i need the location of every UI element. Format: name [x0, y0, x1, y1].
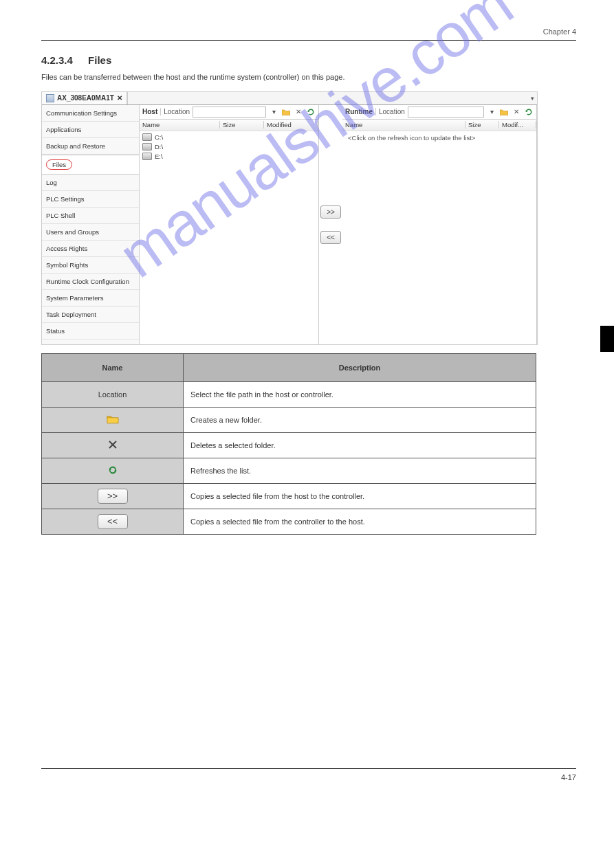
host-new-folder-icon[interactable] — [281, 107, 291, 117]
col-modified[interactable]: Modif... — [499, 121, 536, 129]
runtime-delete-icon[interactable]: ✕ — [512, 107, 521, 117]
page-footer: 4-17 — [41, 773, 576, 781]
copy-to-runtime-button[interactable]: >> — [320, 205, 341, 219]
col-size[interactable]: Size — [465, 121, 499, 129]
refresh-icon — [108, 465, 118, 475]
host-file-list[interactable]: C:\ D:\ E:\ — [140, 131, 318, 344]
copy-right-icon: >> — [98, 489, 128, 504]
host-label: Host — [142, 108, 157, 115]
drive-icon — [142, 133, 152, 141]
col-name[interactable]: Name — [342, 121, 465, 129]
runtime-label: Runtime — [345, 108, 373, 115]
sidebar-item-applications[interactable]: Applications — [42, 122, 139, 138]
th-desc: Description — [184, 353, 536, 381]
runtime-file-list[interactable]: <Click on the refresh icon to update the… — [342, 131, 536, 344]
cell-refresh-desc: Refreshes the list. — [184, 458, 536, 483]
cell-folder-icon — [42, 407, 184, 432]
drive-icon — [142, 143, 152, 151]
cell-tohost-icon: << — [42, 509, 184, 534]
host-delete-icon[interactable]: ✕ — [294, 107, 303, 117]
runtime-columns: Name Size Modif... — [342, 120, 536, 131]
cell-refresh-icon — [42, 458, 184, 483]
cell-delete-icon — [42, 432, 184, 458]
runtime-refresh-icon[interactable] — [524, 107, 534, 117]
transfer-buttons: >> << — [319, 105, 342, 344]
device-icon — [46, 94, 54, 102]
host-location-dropdown-icon[interactable]: ▾ — [269, 107, 278, 117]
sidebar-item-runtime-clock[interactable]: Runtime Clock Configuration — [42, 274, 139, 290]
sidebar-item-communication-settings[interactable]: Communication Settings — [42, 105, 139, 122]
section-heading: 4.2.3.4 Files — [41, 54, 576, 66]
sidebar-item-plc-settings[interactable]: PLC Settings — [42, 191, 139, 208]
sidebar-item-access-rights[interactable]: Access Rights — [42, 241, 139, 257]
table-row-folder: Creates a new folder. — [42, 407, 536, 432]
sidebar-item-backup-restore[interactable]: Backup and Restore — [42, 138, 139, 155]
document-tabstrip: AX_308EA0MA1T ✕ ▾ — [42, 92, 537, 105]
table-row-to-host: << Copies a selected file from the contr… — [42, 509, 536, 534]
th-name: Name — [42, 353, 184, 381]
footer-rule — [41, 768, 576, 769]
drive-row-c[interactable]: C:\ — [142, 133, 316, 142]
sidebar-item-symbol-rights[interactable]: Symbol Rights — [42, 257, 139, 274]
header-right: Chapter 4 — [41, 27, 576, 40]
section-intro: Files can be transferred between the hos… — [41, 71, 576, 83]
document-tab[interactable]: AX_308EA0MA1T ✕ — [42, 92, 127, 104]
sidebar-item-log[interactable]: Log — [42, 175, 139, 191]
cell-toctrl-desc: Copies a selected file from the host to … — [184, 483, 536, 509]
header-rule — [41, 40, 576, 41]
sidebar-item-files[interactable]: Files — [42, 155, 139, 175]
page-number: 4-17 — [561, 773, 576, 781]
files-screenshot: AX_308EA0MA1T ✕ ▾ Communication Settings… — [41, 91, 538, 345]
copy-left-icon: << — [98, 514, 128, 529]
host-refresh-icon[interactable] — [306, 107, 316, 117]
drive-row-e[interactable]: E:\ — [142, 152, 316, 162]
sidebar-item-system-parameters[interactable]: System Parameters — [42, 290, 139, 307]
drive-label: E:\ — [155, 153, 163, 160]
tab-title: AX_308EA0MA1T — [57, 94, 114, 102]
cell-tohost-desc: Copies a selected file from the controll… — [184, 509, 536, 534]
runtime-new-folder-icon[interactable] — [499, 107, 509, 117]
table-row-to-controller: >> Copies a selected file from the host … — [42, 483, 536, 509]
table-row-location: Location Select the file path in the hos… — [42, 381, 536, 407]
cell-location-desc: Select the file path in the host or cont… — [184, 381, 536, 407]
dropdown-icon[interactable]: ▾ — [531, 95, 534, 102]
copy-to-host-button[interactable]: << — [320, 231, 341, 244]
col-modified[interactable]: Modified — [264, 121, 318, 129]
runtime-location-input[interactable] — [408, 107, 484, 118]
host-panel: Host Location ▾ ✕ Name Size Modified — [140, 105, 319, 344]
runtime-panel: Runtime Location ▾ ✕ Name Size Modif... — [342, 105, 537, 344]
table-header-row: Name Description — [42, 353, 536, 381]
cell-toctrl-icon: >> — [42, 483, 184, 509]
close-icon[interactable]: ✕ — [117, 94, 122, 102]
tabstrip-filler: ▾ — [127, 92, 537, 104]
drive-icon — [142, 153, 152, 160]
cell-delete-desc: Deletes a selected folder. — [184, 432, 536, 458]
sidebar-item-task-deployment[interactable]: Task Deployment — [42, 307, 139, 323]
table-row-delete: Deletes a selected folder. — [42, 432, 536, 458]
description-table: Name Description Location Select the fil… — [41, 353, 536, 535]
col-name[interactable]: Name — [140, 121, 220, 129]
drive-row-d[interactable]: D:\ — [142, 142, 316, 152]
settings-sidebar: Communication Settings Applications Back… — [42, 105, 140, 344]
runtime-location-label: Location — [375, 108, 405, 115]
cell-location-name: Location — [42, 381, 184, 407]
runtime-placeholder-text: <Click on the refresh icon to update the… — [345, 133, 534, 143]
host-toolbar: Host Location ▾ ✕ — [140, 105, 318, 120]
folder-icon — [107, 414, 119, 424]
sidebar-item-users-groups[interactable]: Users and Groups — [42, 224, 139, 241]
col-size[interactable]: Size — [220, 121, 264, 129]
thumb-tab — [600, 326, 614, 352]
sidebar-item-plc-shell[interactable]: PLC Shell — [42, 208, 139, 224]
delete-icon — [108, 440, 118, 449]
runtime-toolbar: Runtime Location ▾ ✕ — [342, 105, 536, 120]
table-row-refresh: Refreshes the list. — [42, 458, 536, 483]
drive-label: D:\ — [155, 143, 163, 151]
sidebar-item-files-highlight: Files — [46, 159, 72, 170]
sidebar-item-status[interactable]: Status — [42, 323, 139, 340]
cell-folder-desc: Creates a new folder. — [184, 407, 536, 432]
runtime-location-dropdown-icon[interactable]: ▾ — [487, 107, 496, 117]
host-columns: Name Size Modified — [140, 120, 318, 131]
host-location-label: Location — [160, 108, 190, 115]
section-title-text: Files — [88, 54, 111, 66]
host-location-input[interactable] — [193, 107, 266, 118]
